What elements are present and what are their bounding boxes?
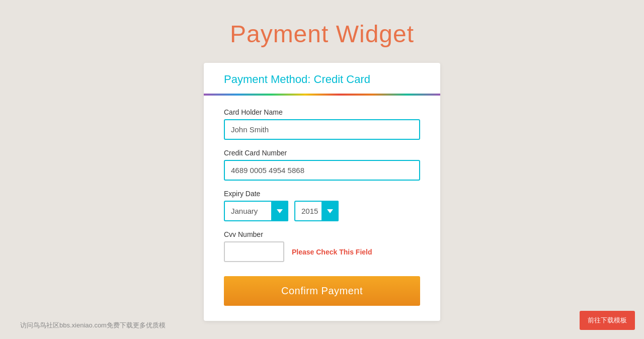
- confirm-payment-button[interactable]: Confirm Payment: [224, 276, 420, 306]
- card-number-group: Credit Card Number: [224, 149, 420, 181]
- payment-method-title: Payment Method: Credit Card: [224, 73, 420, 86]
- payment-card: Payment Method: Credit Card Card Holder …: [204, 63, 440, 321]
- cvv-error-message: Please Check This Field: [292, 248, 372, 256]
- cvv-group: Cvv Number Please Check This Field: [224, 230, 420, 262]
- cvv-input[interactable]: [224, 241, 284, 262]
- year-select-wrapper: 2015 2016 2017 2018 2019 2020: [294, 201, 339, 221]
- payment-method-value: Credit Card: [314, 73, 370, 86]
- card-number-label: Credit Card Number: [224, 149, 420, 157]
- card-holder-label: Card Holder Name: [224, 108, 420, 116]
- month-select[interactable]: January February March April May June Ju…: [224, 201, 288, 221]
- card-holder-group: Card Holder Name: [224, 108, 420, 140]
- watermark-text: 访问鸟鸟社区bbs.xieniao.com免费下载更多优质模: [20, 321, 166, 330]
- payment-method-label: Payment Method:: [224, 73, 314, 86]
- card-header: Payment Method: Credit Card: [204, 63, 440, 96]
- cvv-label: Cvv Number: [224, 230, 420, 238]
- download-template-button[interactable]: 前往下载模板: [580, 311, 635, 330]
- card-holder-input[interactable]: [224, 119, 420, 140]
- expiry-group: Expiry Date January February March April…: [224, 190, 420, 221]
- expiry-label: Expiry Date: [224, 190, 420, 198]
- card-body: Card Holder Name Credit Card Number Expi…: [204, 96, 440, 321]
- page-title: Payment Widget: [230, 20, 414, 48]
- card-number-input[interactable]: [224, 160, 420, 181]
- cvv-row: Please Check This Field: [224, 241, 420, 262]
- year-select[interactable]: 2015 2016 2017 2018 2019 2020: [294, 201, 339, 221]
- month-select-wrapper: January February March April May June Ju…: [224, 201, 288, 221]
- expiry-row: January February March April May June Ju…: [224, 201, 420, 221]
